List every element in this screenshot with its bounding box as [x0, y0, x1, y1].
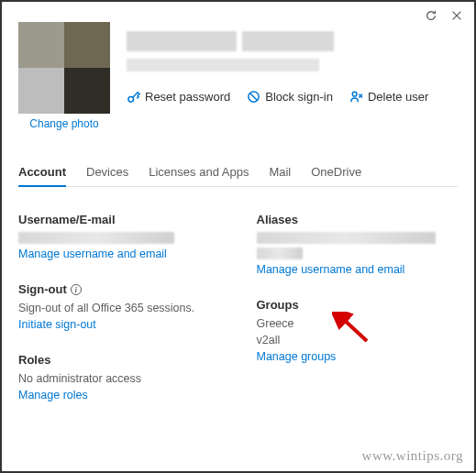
close-icon[interactable]: [450, 9, 463, 25]
tab-account[interactable]: Account: [18, 158, 66, 186]
tab-onedrive[interactable]: OneDrive: [311, 158, 361, 186]
signout-description: Sign-out of all Office 365 sessions.: [18, 302, 220, 314]
watermark: www.wintips.org: [362, 448, 463, 464]
alias-value-1: [257, 232, 436, 244]
change-photo-link[interactable]: Change photo: [18, 117, 110, 130]
username-value: [18, 232, 174, 244]
aliases-heading: Aliases: [257, 213, 459, 226]
username-heading: Username/E-mail: [18, 213, 220, 226]
signout-heading: Sign-out i: [18, 282, 220, 296]
block-signin-button[interactable]: Block sign-in: [247, 90, 333, 104]
group-item-1: Greece: [257, 317, 459, 330]
roles-heading: Roles: [18, 353, 220, 367]
tab-mail[interactable]: Mail: [269, 158, 291, 186]
key-icon: [127, 90, 140, 104]
delete-user-icon: [349, 90, 363, 104]
tab-licenses[interactable]: Licenses and Apps: [149, 158, 249, 186]
tabs: Account Devices Licenses and Apps Mail O…: [18, 158, 458, 187]
manage-groups-link[interactable]: Manage groups: [257, 350, 459, 363]
block-icon: [247, 90, 260, 104]
roles-value: No administrator access: [18, 372, 220, 385]
info-icon[interactable]: i: [71, 284, 82, 295]
group-item-2: v2all: [257, 334, 459, 346]
manage-aliases-link[interactable]: Manage username and email: [257, 263, 459, 276]
delete-user-button[interactable]: Delete user: [349, 90, 428, 104]
tab-devices[interactable]: Devices: [86, 158, 128, 186]
user-email-sub: [127, 59, 319, 72]
groups-heading: Groups: [257, 298, 459, 312]
refresh-icon[interactable]: [425, 9, 437, 25]
manage-username-link[interactable]: Manage username and email: [18, 248, 220, 260]
manage-roles-link[interactable]: Manage roles: [18, 389, 220, 402]
avatar: [18, 22, 110, 114]
reset-password-button[interactable]: Reset password: [127, 90, 230, 104]
svg-point-2: [352, 92, 357, 96]
alias-value-2: [257, 248, 303, 259]
user-display-name: [127, 31, 458, 51]
initiate-signout-link[interactable]: Initiate sign-out: [18, 318, 220, 331]
